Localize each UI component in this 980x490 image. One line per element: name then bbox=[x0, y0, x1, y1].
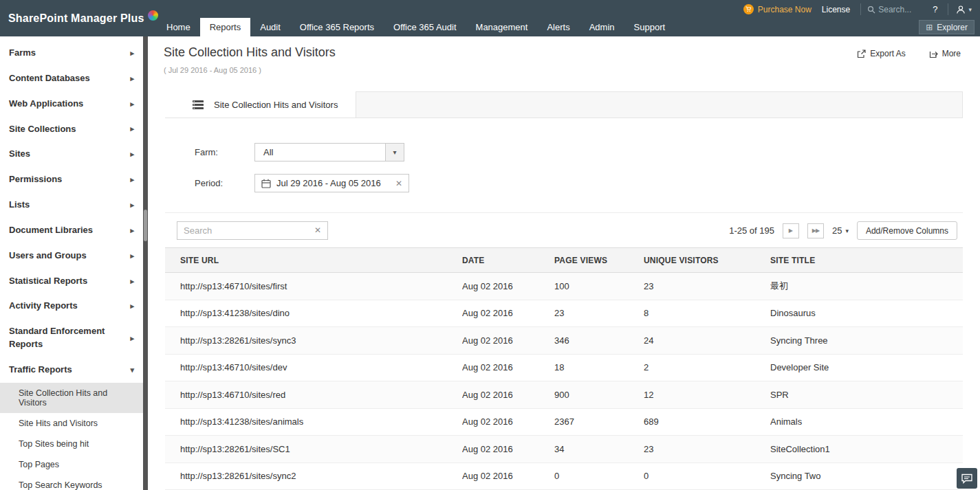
sidebar-scrollbar[interactable] bbox=[143, 36, 148, 490]
cell-site-url[interactable]: http://sp13:28261/sites/sync2 bbox=[180, 471, 462, 481]
page-size-value: 25 bbox=[832, 225, 842, 236]
chevron-right-icon: ▸ bbox=[130, 175, 134, 184]
cell-site-url[interactable]: http://sp13:28261/sites/SC1 bbox=[180, 444, 462, 454]
sidebar-subitem-top-pages[interactable]: Top Pages bbox=[0, 454, 143, 475]
cell-site-url[interactable]: http://sp13:46710/sites/red bbox=[180, 390, 462, 400]
nav-tab-audit[interactable]: Audit bbox=[250, 18, 290, 36]
cell-site-url[interactable]: http://sp13:28261/sites/sync3 bbox=[180, 335, 462, 346]
column-header-site-url[interactable]: SITE URL bbox=[180, 256, 462, 265]
table-row[interactable]: http://sp13:41238/sites/dinoAug 02 20162… bbox=[165, 300, 963, 328]
nav-tab-reports[interactable]: Reports bbox=[200, 18, 251, 36]
topbar-search-input[interactable] bbox=[878, 5, 922, 14]
nav-tab-admin[interactable]: Admin bbox=[580, 18, 624, 36]
sidebar-item-traffic-reports[interactable]: Traffic Reports▾ bbox=[0, 357, 143, 383]
chevron-down-icon: ▾ bbox=[845, 227, 849, 234]
chevron-down-icon[interactable]: ▾ bbox=[385, 144, 404, 161]
column-header-unique-visitors[interactable]: UNIQUE VISITORS bbox=[644, 256, 770, 265]
app-logo: SharePoint Manager Plus bbox=[8, 0, 158, 36]
next-page-button[interactable]: ▶ bbox=[783, 223, 799, 238]
table-row[interactable]: http://sp13:41238/sites/animalsAug 02 20… bbox=[165, 409, 963, 436]
sidebar-item-sites[interactable]: Sites▸ bbox=[0, 142, 143, 167]
nav-tab-home[interactable]: Home bbox=[157, 18, 200, 36]
nav-tab-office-365-audit[interactable]: Office 365 Audit bbox=[384, 18, 466, 36]
column-header-date[interactable]: DATE bbox=[462, 256, 554, 265]
cell-site-url[interactable]: http://sp13:41238/sites/animals bbox=[180, 416, 462, 427]
sidebar-item-label: Activity Reports bbox=[9, 300, 78, 313]
sidebar-scrollbar-thumb[interactable] bbox=[144, 210, 147, 241]
cell-unique-visitors: 23 bbox=[644, 281, 770, 291]
sidebar-item-document-libraries[interactable]: Document Libraries▸ bbox=[0, 218, 143, 243]
nav-tab-alerts[interactable]: Alerts bbox=[537, 18, 579, 36]
chevron-down-icon: ▾ bbox=[968, 6, 972, 13]
cell-site-url[interactable]: http://sp13:41238/sites/dino bbox=[180, 308, 462, 318]
help-button[interactable]: ? bbox=[933, 4, 937, 14]
table-row[interactable]: http://sp13:46710/sites/redAug 02 201690… bbox=[165, 381, 963, 409]
clear-search-icon[interactable]: ✕ bbox=[314, 225, 321, 235]
sidebar-item-permissions[interactable]: Permissions▸ bbox=[0, 167, 143, 192]
feedback-button[interactable] bbox=[957, 468, 977, 489]
license-button[interactable]: License bbox=[822, 5, 850, 14]
chevron-right-icon: ▸ bbox=[130, 74, 134, 83]
cell-site-title: Dinosaurus bbox=[770, 308, 963, 318]
table-row[interactable]: http://sp13:28261/sites/sync2Aug 02 2016… bbox=[165, 463, 963, 490]
cell-site-url[interactable]: http://sp13:46710/sites/dev bbox=[180, 362, 462, 372]
sidebar-item-label: Document Libraries bbox=[9, 224, 93, 237]
sidebar-item-web-applications[interactable]: Web Applications▸ bbox=[0, 91, 143, 117]
sidebar-item-lists[interactable]: Lists▸ bbox=[0, 192, 143, 218]
table-row[interactable]: http://sp13:28261/sites/SC1Aug 02 201634… bbox=[165, 436, 963, 463]
sidebar-item-farms[interactable]: Farms▸ bbox=[0, 41, 143, 66]
chevron-right-icon: ▸ bbox=[130, 302, 134, 311]
sidebar-item-users-and-groups[interactable]: Users and Groups▸ bbox=[0, 243, 143, 269]
table-row[interactable]: http://sp13:46710/sites/firstAug 02 2016… bbox=[165, 273, 963, 300]
user-menu-button[interactable]: ▾ bbox=[948, 3, 972, 15]
sidebar: Farms▸Content Databases▸Web Applications… bbox=[0, 36, 148, 490]
sidebar-subitem-top-sites-being-hit[interactable]: Top Sites being hit bbox=[0, 434, 143, 454]
cell-site-title: Developer Site bbox=[770, 362, 963, 372]
export-as-label: Export As bbox=[870, 49, 905, 58]
sidebar-subitem-top-search-keywords[interactable]: Top Search Keywords bbox=[0, 475, 143, 490]
sidebar-subitem-site-collection-hits-and-visitors[interactable]: Site Collection Hits and Visitors bbox=[0, 383, 143, 413]
sidebar-item-activity-reports[interactable]: Activity Reports▸ bbox=[0, 293, 143, 319]
table-search-input[interactable] bbox=[177, 222, 308, 239]
table-row[interactable]: http://sp13:46710/sites/devAug 02 201618… bbox=[165, 355, 963, 382]
nav-tab-support[interactable]: Support bbox=[624, 18, 675, 36]
farm-label: Farm: bbox=[195, 147, 254, 157]
farm-select[interactable]: All ▾ bbox=[254, 143, 404, 162]
chat-icon bbox=[961, 474, 972, 484]
sidebar-item-site-collections[interactable]: Site Collections▸ bbox=[0, 117, 143, 142]
explorer-button[interactable]: ⊞ Explorer bbox=[919, 20, 974, 34]
topbar-actions: Purchase Now License ? ▾ bbox=[743, 0, 972, 19]
nav-tab-office-365-reports[interactable]: Office 365 Reports bbox=[290, 18, 384, 36]
cell-unique-visitors: 689 bbox=[644, 416, 770, 427]
export-icon bbox=[857, 49, 866, 58]
explorer-icon: ⊞ bbox=[926, 23, 933, 32]
purchase-now-button[interactable]: Purchase Now bbox=[743, 4, 812, 14]
app-name: SharePoint Manager Plus bbox=[8, 12, 144, 25]
period-datepicker[interactable]: Jul 29 2016 - Aug 05 2016 ✕ bbox=[254, 174, 409, 192]
main-content: Site Collection Hits and Visitors ( Jul … bbox=[148, 36, 980, 490]
tab-label: Site Collection Hits and Visitors bbox=[214, 100, 338, 110]
table-row[interactable]: http://sp13:28261/sites/sync3Aug 02 2016… bbox=[165, 327, 963, 355]
cell-page-views: 346 bbox=[554, 335, 644, 346]
purchase-now-label: Purchase Now bbox=[758, 5, 812, 14]
sidebar-item-statistical-reports[interactable]: Statistical Reports▸ bbox=[0, 269, 143, 294]
column-header-page-views[interactable]: PAGE VIEWS bbox=[554, 256, 644, 265]
export-as-button[interactable]: Export As bbox=[857, 49, 905, 58]
chevron-right-icon: ▸ bbox=[130, 334, 134, 343]
chevron-right-icon: ▸ bbox=[130, 201, 134, 210]
sidebar-item-standard-enforcement-reports[interactable]: Standard Enforcement Reports▸ bbox=[0, 319, 143, 357]
more-button[interactable]: More bbox=[929, 49, 961, 58]
sidebar-item-content-databases[interactable]: Content Databases▸ bbox=[0, 66, 143, 91]
column-header-site-title[interactable]: SITE TITLE bbox=[770, 256, 963, 265]
add-remove-columns-button[interactable]: Add/Remove Columns bbox=[857, 221, 957, 240]
sidebar-subitem-site-hits-and-visitors[interactable]: Site Hits and Visitors bbox=[0, 413, 143, 434]
cell-site-url[interactable]: http://sp13:46710/sites/first bbox=[180, 281, 462, 291]
page-size-dropdown[interactable]: 25 ▾ bbox=[832, 225, 849, 236]
table-body: http://sp13:46710/sites/firstAug 02 2016… bbox=[165, 273, 963, 490]
chevron-right-icon: ▸ bbox=[130, 150, 134, 159]
table-header-row: SITE URLDATEPAGE VIEWSUNIQUE VISITORSSIT… bbox=[165, 247, 963, 273]
nav-tab-management[interactable]: Management bbox=[466, 18, 538, 36]
last-page-button[interactable]: ▶▶ bbox=[807, 223, 824, 238]
tab-site-collection-hits-and-visitors[interactable]: Site Collection Hits and Visitors bbox=[165, 91, 356, 118]
clear-period-icon[interactable]: ✕ bbox=[395, 179, 402, 188]
